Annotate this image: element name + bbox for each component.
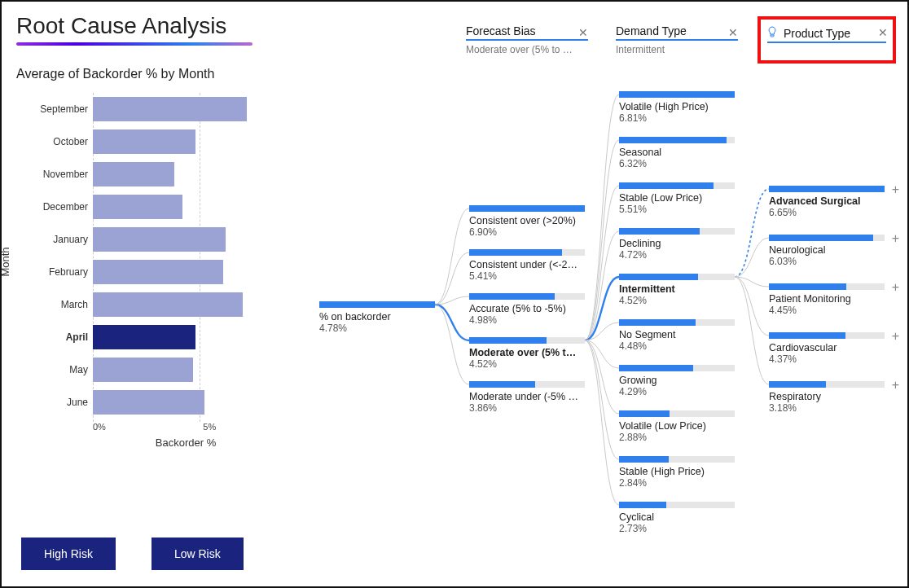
node-bar-fill [619,410,670,417]
node-bar-fill [619,319,696,326]
node-bar-fill [619,365,693,371]
node-label: Advanced Surgical [769,195,885,207]
bar-row[interactable]: November [93,158,279,191]
bar-category-label: January [15,234,88,245]
filter-product-type[interactable]: Product Type ✕ [766,24,888,55]
bar-row[interactable]: October [93,125,279,158]
tree-node[interactable]: Declining4.72% [619,228,735,261]
tree-node[interactable]: Consistent over (>20%)6.90% [469,205,585,238]
close-icon[interactable]: ✕ [728,26,738,39]
risk-buttons: High Risk Low Risk [21,538,244,570]
node-bar-fill [469,205,585,212]
bar-row[interactable]: January [93,223,279,256]
bar-category-label: May [15,364,88,375]
node-bar-fill [619,137,727,143]
bar-row[interactable]: September [93,93,279,125]
tree-node[interactable]: Patient Monitoring4.45%+ [769,283,885,316]
tree-node[interactable]: Stable (Low Price)5.51% [619,182,735,215]
node-bar-fill [619,274,698,280]
tree-node[interactable]: Cyclical2.73% [619,502,735,534]
bar-category-label: February [15,266,88,278]
node-bar-bg [619,456,735,463]
expand-icon[interactable]: + [892,329,899,344]
tree-node[interactable]: Stable (High Price)2.84% [619,456,735,489]
node-value: 6.81% [619,112,735,124]
close-icon[interactable]: ✕ [878,26,888,39]
node-bar-fill [769,381,826,388]
bar-row[interactable]: June [93,386,279,419]
filter-value: Intermittent [616,44,738,55]
node-bar-bg [319,301,435,308]
tree-node[interactable]: Volatile (High Price)6.81% [619,91,735,124]
node-value: 2.73% [619,523,735,534]
tree-node[interactable]: Moderate over (5% t…4.52% [469,337,585,370]
node-bar-bg [619,365,735,371]
bar[interactable] [93,325,195,349]
node-label: Cardiovascular [769,342,885,353]
bar[interactable] [93,97,247,121]
lightbulb-icon [767,27,780,40]
expand-icon[interactable]: + [892,280,899,295]
filter-forecast-bias[interactable]: Forecast Bias ✕ Moderate over (5% to … [466,24,588,55]
tree-node[interactable]: Neurological6.03%+ [769,235,885,267]
high-risk-button[interactable]: High Risk [21,538,116,570]
tree-node[interactable]: Advanced Surgical6.65%+ [769,186,885,218]
node-value: 2.84% [619,477,735,489]
bar[interactable] [93,292,243,317]
bar-chart[interactable]: Month SeptemberOctoberNovemberDecemberJa… [16,93,285,451]
filter-label: Demand Type [616,24,687,37]
node-label: Accurate (5% to -5%) [469,303,585,314]
tree-node[interactable]: Consistent under (<-2…5.41% [469,249,585,282]
bar[interactable] [93,358,193,382]
node-bar-fill [769,186,885,192]
expand-icon[interactable]: + [892,231,899,246]
node-label: Respiratory [769,391,885,402]
tree-node[interactable]: No Segment4.48% [619,319,735,352]
low-risk-button[interactable]: Low Risk [152,538,244,570]
bar[interactable] [93,129,195,154]
bar-row[interactable]: April [93,321,279,353]
bar[interactable] [93,195,182,219]
filter-label: Product Type [784,27,850,40]
decomposition-tree[interactable]: % on backorder4.78%Consistent over (>20%… [319,83,899,581]
x-tick: 0% [93,422,106,432]
bar[interactable] [93,260,223,284]
node-value: 4.52% [469,358,585,370]
node-bar-bg [469,205,585,212]
node-bar-bg [619,319,735,326]
close-icon[interactable]: ✕ [578,26,588,39]
bar[interactable] [93,390,204,415]
bar-row[interactable]: December [93,191,279,223]
node-label: Declining [619,238,735,249]
node-bar-bg [469,249,585,256]
tree-node[interactable]: Seasonal6.32% [619,137,735,169]
tree-node[interactable]: Intermittent4.52% [619,274,735,306]
node-label: Growing [619,375,735,386]
tree-node[interactable]: Volatile (Low Price)2.88% [619,410,735,443]
node-value: 2.88% [619,432,735,443]
filter-demand-type[interactable]: Demand Type ✕ Intermittent [616,24,738,55]
expand-icon[interactable]: + [892,378,899,393]
node-bar-bg [619,137,735,143]
x-tick: 5% [203,422,216,432]
node-bar-fill [469,293,555,300]
node-label: Patient Monitoring [769,293,885,305]
tree-node[interactable]: Respiratory3.18%+ [769,381,885,414]
bar-row[interactable]: March [93,288,279,321]
bar-row[interactable]: May [93,353,279,386]
tree-node[interactable]: Cardiovascular4.37%+ [769,332,885,365]
node-bar-bg [619,502,735,508]
tree-node[interactable]: Growing4.29% [619,365,735,397]
bar-row[interactable]: February [93,256,279,288]
title-underline [16,42,253,46]
tree-node[interactable]: Accurate (5% to -5%)4.98% [469,293,585,326]
expand-icon[interactable]: + [892,182,899,197]
node-value: 5.41% [469,270,585,282]
node-label: Stable (High Price) [619,466,735,477]
bar[interactable] [93,227,226,252]
bar[interactable] [93,162,174,186]
tree-node[interactable]: % on backorder4.78% [319,301,435,334]
chart-title: Average of Backorder % by Month [16,67,285,81]
tree-node[interactable]: Moderate under (-5% …3.86% [469,381,585,414]
filter-label: Forecast Bias [466,24,536,37]
